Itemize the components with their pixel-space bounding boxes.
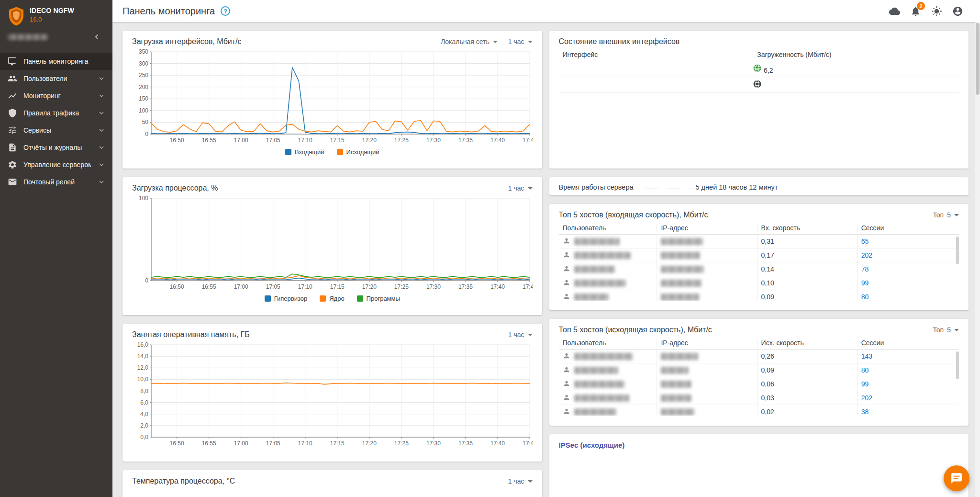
svg-text:17:10: 17:10 bbox=[298, 283, 312, 290]
gear-icon bbox=[8, 160, 17, 169]
support-chat-button[interactable] bbox=[944, 465, 969, 491]
sessions-link[interactable]: 38 bbox=[861, 408, 869, 416]
sessions-link[interactable]: 202 bbox=[861, 251, 872, 259]
column-header: Исх. скорость bbox=[757, 339, 857, 347]
sessions-link[interactable]: 202 bbox=[861, 394, 872, 402]
cpu-load-card: Загрузка процессора, % 1 час 010016:5016… bbox=[122, 177, 542, 315]
card-title: Состояние внешних интерфейсов bbox=[559, 37, 680, 46]
table-scrollbar-thumb[interactable] bbox=[956, 237, 959, 264]
user-icon bbox=[563, 293, 570, 301]
account-icon[interactable] bbox=[951, 5, 964, 17]
speed-value: 0,31 bbox=[757, 235, 857, 248]
sessions-link[interactable]: 80 bbox=[861, 366, 869, 374]
speed-value: 0,26 bbox=[757, 350, 857, 363]
help-icon[interactable]: ? bbox=[221, 6, 230, 16]
svg-text:17:45: 17:45 bbox=[523, 440, 533, 447]
period-select-dropdown[interactable]: 1 час bbox=[508, 477, 533, 485]
column-header: Пользователь bbox=[559, 224, 657, 232]
sidebar-item-server-management[interactable]: Управление сервером bbox=[0, 156, 112, 173]
card-title: Топ 5 хостов (входящая скорость), Мбит/с bbox=[559, 211, 708, 219]
svg-text:17:45: 17:45 bbox=[523, 137, 533, 144]
cloud-status-icon[interactable] bbox=[888, 5, 901, 17]
column-header: Загруженность (Мбит/с) bbox=[753, 51, 959, 58]
sidebar-item-traffic-rules[interactable]: Правила трафика bbox=[0, 104, 112, 122]
svg-text:17:15: 17:15 bbox=[330, 440, 345, 447]
legend-swatch-icon bbox=[285, 149, 291, 155]
theme-sun-icon[interactable] bbox=[930, 5, 943, 17]
redacted-ip-address bbox=[661, 395, 691, 402]
uptime-card: Время работы сервера 5 дней 18 часов 12 … bbox=[549, 177, 969, 195]
network-select-value: Локальная сеть bbox=[441, 38, 490, 45]
dashboard-icon bbox=[8, 56, 17, 66]
sidebar-item-dashboard[interactable]: Панель мониторинга bbox=[0, 53, 112, 70]
period-select-value: 1 час bbox=[508, 331, 524, 339]
sidebar-item-reports[interactable]: Отчёты и журналы bbox=[0, 139, 112, 156]
svg-text:17:25: 17:25 bbox=[394, 137, 409, 144]
svg-text:150: 150 bbox=[139, 95, 148, 102]
collapse-sidebar-button[interactable] bbox=[90, 31, 103, 43]
legend-swatch-icon bbox=[320, 295, 326, 302]
svg-text:17:00: 17:00 bbox=[234, 440, 248, 447]
redacted-username bbox=[574, 280, 626, 287]
user-icon bbox=[563, 380, 570, 389]
redacted-ip-address bbox=[661, 381, 691, 388]
user-icon bbox=[563, 352, 570, 361]
ram-usage-card: Занятая оперативная память, ГБ 1 час 0,0… bbox=[122, 324, 542, 462]
svg-text:17:15: 17:15 bbox=[330, 283, 345, 290]
svg-text:17:30: 17:30 bbox=[426, 137, 441, 144]
top5-outgoing-card: Топ 5 хостов (исходящая скорость), Мбит/… bbox=[549, 319, 969, 426]
table-scrollbar-thumb[interactable] bbox=[956, 351, 959, 379]
chevron-down-icon bbox=[528, 334, 533, 336]
top-count-label: Топ bbox=[933, 211, 944, 219]
svg-text:17:40: 17:40 bbox=[490, 440, 505, 447]
svg-text:200: 200 bbox=[139, 84, 148, 90]
notifications-bell-icon[interactable]: 2 bbox=[909, 5, 922, 17]
interface-load-value: 6,2 bbox=[764, 67, 773, 74]
sidebar-item-users[interactable]: Пользователи bbox=[0, 70, 112, 87]
sessions-link[interactable]: 80 bbox=[861, 293, 869, 301]
redacted-ip-address bbox=[661, 408, 694, 416]
page-scrollbar-thumb[interactable] bbox=[976, 23, 980, 95]
svg-text:12,0: 12,0 bbox=[137, 364, 149, 371]
svg-text:17:25: 17:25 bbox=[394, 283, 409, 290]
sidebar-item-monitoring[interactable]: Мониторинг bbox=[0, 87, 112, 104]
sessions-link[interactable]: 99 bbox=[861, 279, 869, 287]
cpu-load-chart: 010016:5016:5517:0017:0517:1017:1517:201… bbox=[132, 194, 533, 302]
svg-text:300: 300 bbox=[139, 60, 148, 67]
sessions-link[interactable]: 143 bbox=[861, 352, 872, 360]
user-icon bbox=[563, 394, 570, 403]
table-row: 0,26 143 bbox=[559, 350, 959, 363]
sessions-link[interactable]: 99 bbox=[861, 380, 869, 388]
period-select-dropdown[interactable]: 1 час bbox=[508, 184, 533, 192]
user-icon bbox=[563, 279, 570, 288]
sidebar-item-mail-relay[interactable]: Почтовый релей bbox=[0, 173, 112, 191]
globe-up-icon bbox=[753, 64, 762, 73]
svg-text:17:30: 17:30 bbox=[426, 283, 441, 290]
topbar: Панель мониторинга ? 2 bbox=[112, 0, 980, 22]
top-count-dropdown[interactable]: Топ 5 bbox=[933, 211, 959, 219]
sidebar-item-services[interactable]: Сервисы bbox=[0, 122, 112, 139]
svg-text:350: 350 bbox=[139, 48, 148, 55]
product-version: 16.0 bbox=[30, 16, 74, 23]
chevron-down-icon bbox=[97, 126, 106, 135]
external-interfaces-table: Интерфейс Загруженность (Мбит/с) bbox=[559, 48, 959, 93]
top-count-value: 5 bbox=[947, 326, 951, 334]
sessions-link[interactable]: 78 bbox=[861, 265, 869, 273]
chart-svg: 010016:5016:5517:0017:0517:1017:1517:201… bbox=[132, 194, 533, 292]
external-interfaces-card: Состояние внешних интерфейсов Интерфейс … bbox=[549, 31, 969, 169]
column-header: Сессии bbox=[857, 224, 959, 232]
chart-svg: 0,02,04,06,08,010,012,014,016,016:5016:5… bbox=[132, 341, 533, 449]
period-select-dropdown[interactable]: 1 час bbox=[508, 331, 533, 339]
right-column: Состояние внешних интерфейсов Интерфейс … bbox=[549, 31, 969, 497]
top-count-dropdown[interactable]: Топ 5 bbox=[933, 326, 959, 334]
period-select-dropdown[interactable]: 1 час bbox=[508, 38, 533, 45]
ipsec-title-link[interactable]: IPSec (исходящие) bbox=[559, 441, 959, 449]
sidebar-menu: Панель мониторинга Пользователи Монитори… bbox=[0, 53, 112, 191]
redacted-username bbox=[574, 408, 616, 416]
svg-text:14,0: 14,0 bbox=[137, 353, 149, 360]
network-select-dropdown[interactable]: Локальная сеть bbox=[441, 38, 498, 45]
sessions-link[interactable]: 65 bbox=[861, 237, 869, 245]
main-area: Панель мониторинга ? 2 bbox=[112, 0, 980, 497]
period-select-value: 1 час bbox=[508, 184, 524, 192]
page-scrollbar-track[interactable] bbox=[975, 22, 980, 497]
